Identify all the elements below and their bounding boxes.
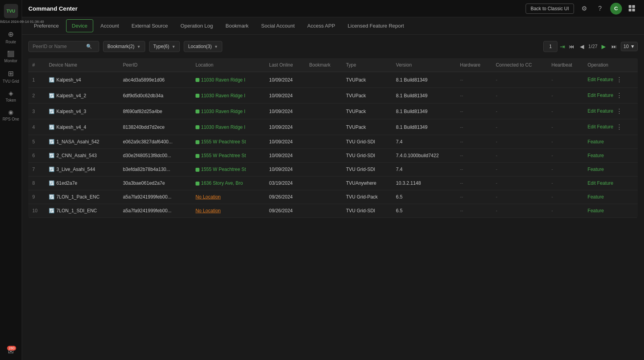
cell-location[interactable]: 1555 W Peachtree St [192,149,265,163]
sidebar-item-monitor[interactable]: ⬛ Monitor [0,47,22,66]
cell-operation[interactable]: Edit Feature ⋮ [584,119,638,135]
op-feature-link[interactable]: Feature [597,180,613,186]
search-field[interactable] [33,44,84,49]
location-link[interactable]: 1555 W Peachtree St [201,167,246,172]
op-feature-link[interactable]: Feature [597,93,613,98]
op-feature-link[interactable]: Feature [597,77,613,82]
last-page-button[interactable]: ⏭ [610,43,618,50]
location-link[interactable]: 11030 Raven Ridge I [201,93,245,98]
device-status-icon: 🔃 [49,109,55,114]
apps-grid-icon[interactable] [627,3,638,14]
cell-peer-id: b3efda82b78b4a130... [119,163,192,176]
op-feature-link[interactable]: Feature [597,124,613,130]
col-location: Location [192,58,265,72]
op-more-icon[interactable]: ⋮ [616,108,622,115]
sidebar-badge-area[interactable]: ✉ 280 [8,347,14,356]
cell-location[interactable]: 11030 Raven Ridge I [192,119,265,135]
current-page-input[interactable]: 1 [543,41,557,52]
main-content: 🔍 Bookmark(2) ▼ Type(6) ▼ Location(3) ▼ … [22,35,644,360]
tab-external-source[interactable]: External Source [126,20,173,32]
cell-operation[interactable]: Edit Feature ⋮ [584,104,638,119]
col-connected-cc: Connected to CC [492,58,548,72]
cell-peer-id: 8138240bdd7d2ece [119,119,192,135]
location-link[interactable]: 1636 Story Ave, Bro [201,180,243,186]
op-edit-link[interactable]: Edit [588,108,596,114]
cell-bookmark [305,163,342,176]
cell-version: 8.1 Build81349 [392,119,456,135]
table-row: 4🔃Kalpesh_v4_48138240bdd7d2ece11030 Rave… [28,119,638,135]
cell-hardware: -- [456,135,492,149]
op-edit-link[interactable]: Edit [588,77,596,82]
location-link[interactable]: 11030 Raven Ridge I [201,124,245,130]
svg-rect-2 [629,9,631,11]
cell-num: 9 [28,190,45,204]
cell-location[interactable]: 11030 Raven Ridge I [192,72,265,88]
op-more-icon[interactable]: ⋮ [616,124,622,130]
cell-operation[interactable]: Edit Feature ⋮ [584,88,638,104]
next-page-button[interactable]: ▶ [600,43,607,50]
cell-location[interactable]: 1636 Story Ave, Bro [192,176,265,190]
op-edit-link[interactable]: Edit [588,180,596,186]
settings-icon[interactable]: ⚙ [579,3,590,14]
cell-peer-id: 30a3bae061ed2a7e [119,176,192,190]
tab-device[interactable]: Device [66,19,94,32]
go-to-page-icon[interactable]: ⇥ [560,43,565,50]
op-edit-link[interactable]: Edit [588,93,596,98]
help-icon[interactable]: ? [594,3,605,14]
no-location-link[interactable]: No Location [196,194,221,200]
op-feature-link[interactable]: Feature [588,194,604,200]
cell-operation[interactable]: Feature [584,149,638,163]
cell-num: 10 [28,204,45,218]
op-feature-link[interactable]: Feature [588,153,604,158]
type-filter[interactable]: Type(6) ▼ [149,41,180,52]
cell-location[interactable]: 1555 W Peachtree St [192,163,265,176]
op-feature-link[interactable]: Feature [588,139,604,145]
op-edit-link[interactable]: Edit [588,124,596,130]
tab-bookmark[interactable]: Bookmark [220,20,254,32]
location-link[interactable]: 11030 Raven Ridge I [201,109,245,114]
location-filter[interactable]: Location(3) ▼ [184,41,222,52]
cell-operation[interactable]: Feature [584,190,638,204]
op-feature-link[interactable]: Feature [588,208,604,213]
op-more-icon[interactable]: ⋮ [616,76,622,83]
cell-location[interactable]: No Location [192,204,265,218]
location-link[interactable]: 1555 W Peachtree St [201,153,246,158]
op-more-icon[interactable]: ⋮ [616,92,622,99]
first-page-button[interactable]: ⏮ [567,43,576,50]
search-input-wrap[interactable]: 🔍 [28,41,99,52]
op-feature-link[interactable]: Feature [597,108,613,114]
user-avatar[interactable]: C [610,3,622,15]
tab-operation-log[interactable]: Operation Log [175,20,218,32]
tab-access-app[interactable]: Access APP [302,20,341,32]
cell-location[interactable]: 11030 Raven Ridge I [192,104,265,119]
tab-account[interactable]: Account [95,20,124,32]
per-page-select[interactable]: 10 ▼ [621,42,638,51]
app-logo: TVU [4,4,18,18]
location-dot-icon [196,182,199,186]
tab-licensed-feature-report[interactable]: Licensed Feature Report [342,20,410,32]
tab-social-account[interactable]: Social Account [256,20,300,32]
sidebar-item-label-rps-one: RPS One [2,117,19,121]
cell-operation[interactable]: Feature [584,163,638,176]
device-status-icon: 🔃 [49,180,55,186]
cell-operation[interactable]: Edit Feature [584,176,638,190]
sidebar-item-route[interactable]: ⊕ Route [0,27,22,47]
op-feature-link[interactable]: Feature [588,167,604,172]
cell-operation[interactable]: Feature [584,135,638,149]
no-location-link[interactable]: No Location [196,208,221,213]
cell-location[interactable]: 11030 Raven Ridge I [192,88,265,104]
sidebar-item-token[interactable]: ◈ Token [0,87,22,106]
location-link[interactable]: 1555 W Peachtree St [201,139,246,145]
location-link[interactable]: 11030 Raven Ridge I [201,77,245,83]
cell-location[interactable]: No Location [192,190,265,204]
cell-heartbeat: - [548,104,584,119]
cell-location[interactable]: 1555 W Peachtree St [192,135,265,149]
col-device-name: Device Name [45,58,119,72]
sidebar-item-rps-one[interactable]: ◉ RPS One [0,106,22,124]
cell-operation[interactable]: Feature [584,204,638,218]
bookmark-filter[interactable]: Bookmark(2) ▼ [103,41,145,52]
prev-page-button[interactable]: ◀ [578,43,586,50]
sidebar-item-tvu-grid[interactable]: ⊞ TVU Grid [0,66,22,87]
back-classic-button[interactable]: Back to Classic UI [526,4,574,14]
cell-operation[interactable]: Edit Feature ⋮ [584,72,638,88]
